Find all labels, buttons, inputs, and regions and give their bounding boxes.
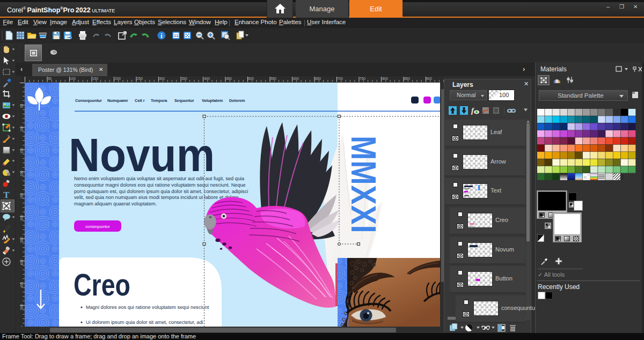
svg-text:Novum: Novum [69, 128, 215, 181]
svg-text:magnam aliquam quaerat volupta: magnam aliquam quaerat voluptatem. [74, 201, 157, 206]
svg-text:300: 300 [20, 215, 24, 221]
svg-text:Consequuntur: Consequuntur [75, 98, 102, 103]
svg-text:800: 800 [382, 77, 388, 80]
svg-text:consequuntur magni dolores eos: consequuntur magni dolores eos qui ratio… [74, 182, 246, 188]
svg-text:600: 600 [293, 77, 299, 80]
svg-text:100: 100 [20, 126, 24, 132]
svg-text:500: 500 [248, 77, 254, 80]
svg-text:Numquamr: Numquamr [107, 98, 128, 103]
svg-text:T: T [3, 190, 10, 199]
svg-text:200: 200 [20, 171, 24, 176]
svg-text:550: 550 [270, 77, 276, 80]
svg-text:750: 750 [360, 77, 365, 80]
svg-text:Magni dolores eos qui ratione: Magni dolores eos qui ratione voluptatem… [86, 305, 209, 310]
svg-text:250: 250 [137, 77, 143, 80]
svg-text:Creo: Creo [74, 268, 130, 302]
svg-text:150: 150 [20, 148, 24, 154]
svg-text:MMXXI: MMXXI [344, 136, 383, 234]
svg-text:400: 400 [204, 77, 210, 80]
svg-text:250: 250 [20, 193, 24, 199]
svg-text:50: 50 [20, 104, 24, 108]
svg-text:100: 100 [70, 77, 76, 80]
svg-text:consequuntur: consequuntur [85, 224, 110, 229]
svg-text:Tempora: Tempora [151, 98, 167, 103]
svg-text:Voluptatem: Voluptatem [202, 98, 223, 103]
svg-text:Dolorem: Dolorem [229, 98, 245, 103]
svg-text:350: 350 [181, 77, 187, 80]
svg-text:850: 850 [404, 77, 410, 80]
svg-text:650: 650 [315, 77, 321, 80]
svg-text:450: 450 [20, 282, 24, 288]
svg-text:Nemo enim voluptatem quia volu: Nemo enim voluptatem quia voluptas sit a… [74, 176, 245, 181]
svg-text:150: 150 [92, 77, 98, 80]
svg-text:200: 200 [115, 77, 121, 80]
svg-text:50: 50 [48, 77, 52, 80]
svg-text:velit, sed quia non numquam ei: velit, sed quia non numquam eius modi te… [74, 195, 238, 200]
svg-text:500: 500 [20, 304, 24, 310]
svg-text:300: 300 [159, 77, 165, 80]
svg-text:11: 11 [174, 33, 179, 38]
svg-text:900: 900 [426, 77, 432, 80]
svg-text:Ui dolorem ipsum quia dolor si: Ui dolorem ipsum quia dolor sit amet, co… [86, 320, 203, 325]
svg-text:400: 400 [20, 260, 24, 265]
svg-text:porro quisquam est, qui dolore: porro quisquam est, qui dolorem ipsum qu… [74, 189, 248, 194]
svg-text:f: f [471, 107, 474, 115]
svg-text:Csit r: Csit r [135, 98, 145, 103]
svg-text:Sequuntur: Sequuntur [174, 98, 194, 103]
svg-text:700: 700 [337, 77, 343, 80]
svg-text:350: 350 [20, 237, 24, 243]
svg-text:450: 450 [226, 77, 232, 80]
